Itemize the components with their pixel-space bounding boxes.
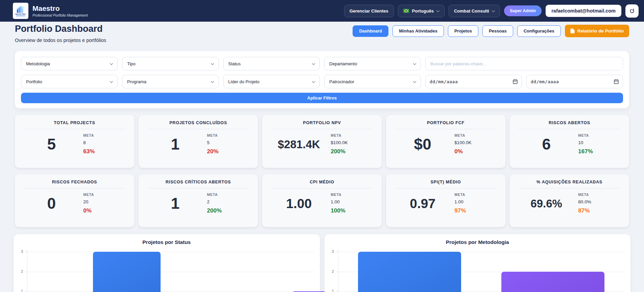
status-select[interactable]: Status: [223, 57, 320, 70]
brand-tagline: Professional Portfolio Management: [32, 13, 88, 17]
kpi-meta-label: META: [578, 193, 622, 197]
kpi-meta-percent: 0%: [83, 207, 127, 214]
role-badge: Super Admin: [504, 5, 542, 16]
kpi-meta-block: META10167%: [576, 133, 622, 155]
kpi-value: 1.00: [269, 197, 329, 210]
kpi-card-riscos-criticos-abertos: RISCOS CRÍTICOS ABERTOS1META2200%: [139, 174, 258, 227]
user-email[interactable]: rafaelcombat@hotmail.com: [546, 5, 621, 17]
portfolio-report-button[interactable]: Relatório de Portfólio: [565, 25, 629, 37]
kpi-meta-value: 80.0%: [578, 199, 622, 204]
calendar-icon: [614, 79, 619, 84]
chart-card-projetos-por-status: 123Projetos por Status: [14, 234, 320, 292]
maestro-logo: MAESTRO: [13, 3, 28, 19]
kpi-card-body: $0META$100.0K0%: [386, 129, 505, 155]
y-tick-label: 2: [327, 269, 334, 273]
kpi-value: 6: [517, 136, 576, 152]
gridline: [27, 252, 314, 252]
kpi-card-body: 1META520%: [139, 129, 258, 155]
kpi-meta-label: META: [207, 193, 251, 197]
kpi-meta-value: $100.0K: [331, 140, 375, 145]
document-icon: [570, 28, 575, 33]
y-tick-label: 1: [327, 289, 334, 292]
kpi-meta-value: $100.0K: [454, 140, 499, 145]
logout-button[interactable]: [625, 4, 639, 18]
y-tick-label: 3: [16, 249, 23, 253]
tab-pessoas[interactable]: Pessoas: [482, 25, 513, 37]
chevron-down-icon: [492, 9, 495, 12]
kpi-meta-value: 2: [207, 199, 251, 204]
kpi-meta-percent: 167%: [578, 148, 622, 155]
manage-clients-button[interactable]: Gerenciar Clientes: [344, 5, 394, 17]
tab-configuracoes[interactable]: Configurações: [517, 25, 561, 37]
kpi-meta-value: 1.00: [331, 199, 375, 204]
kpi-card-riscos-fechados: RISCOS FECHADOS0META200%: [15, 174, 134, 227]
chevron-down-icon: [211, 62, 214, 65]
kpi-meta-value: 1.00: [454, 199, 499, 204]
calendar-icon: [513, 79, 518, 84]
chevron-down-icon: [312, 80, 315, 83]
search-input[interactable]: [425, 57, 623, 70]
kpi-meta-label: META: [331, 133, 375, 137]
kpi-meta-block: META1.00100%: [329, 193, 375, 214]
kpi-row2: RISCOS FECHADOS0META200%RISCOS CRÍTICOS …: [15, 174, 629, 227]
logo-underline: [16, 16, 25, 16]
kpi-meta-label: META: [454, 133, 499, 137]
chart-bar: [93, 252, 161, 292]
kpi-meta-block: META863%: [81, 133, 127, 155]
tipo-select[interactable]: Tipo: [122, 57, 219, 70]
kpi-meta-block: META520%: [205, 133, 251, 155]
kpi-meta-label: META: [331, 193, 375, 197]
kpi-value: 5: [22, 136, 81, 152]
kpi-meta-percent: 20%: [207, 148, 251, 155]
kpi-value: $0: [393, 136, 452, 152]
lider-do-projeto-select-value: Líder do Projeto: [228, 79, 260, 84]
kpi-card-title: RISCOS FECHADOS: [15, 174, 134, 188]
app-header: MAESTRO Maestro Professional Portfolio M…: [0, 0, 644, 22]
lider-do-projeto-select[interactable]: Líder do Projeto: [223, 75, 320, 88]
kpi-meta-label: META: [207, 133, 251, 137]
portfolio-select[interactable]: Portfolio: [21, 75, 118, 88]
kpi-card-body: $281.4KMETA$100.0K200%: [262, 129, 382, 155]
status-select-value: Status: [228, 61, 241, 66]
logo-wordmark: MAESTRO: [16, 13, 26, 15]
kpi-card-body: 0META200%: [15, 188, 134, 214]
kpi-meta-percent: 97%: [454, 207, 499, 214]
kpi-card-portfolio-fcf: PORTFOLIO FCF$0META$100.0K0%: [386, 115, 505, 168]
kpi-meta-percent: 200%: [207, 207, 251, 214]
client-select-value: Combat Consulti: [454, 8, 489, 14]
patrocinador-select[interactable]: Patrocinador: [324, 75, 421, 88]
portfolio-select-value: Portfolio: [26, 79, 42, 84]
end-date-input-value: dd/mm/aaaa: [531, 79, 559, 84]
chevron-down-icon: [436, 9, 439, 12]
programa-select[interactable]: Programa: [122, 75, 219, 88]
tab-dashboard[interactable]: Dashboard: [353, 25, 388, 37]
chart-bar: [501, 272, 604, 292]
language-select[interactable]: Português: [398, 5, 445, 17]
kpi-value: 1: [145, 196, 205, 211]
kpi-card-title: % AQUISIÇÕES REALIZADAS: [510, 174, 629, 188]
kpi-card-cpi-medio: CPI MÉDIO1.00META1.00100%: [262, 174, 382, 227]
departamento-select[interactable]: Departamento: [324, 57, 421, 70]
metodologia-select-value: Metodologia: [26, 61, 50, 66]
kpi-meta-block: META1.0097%: [452, 193, 499, 214]
kpi-card-riscos-abertos: RISCOS ABERTOS6META10167%: [510, 115, 629, 168]
brand-text: Maestro Professional Portfolio Managemen…: [32, 4, 88, 17]
chevron-down-icon: [413, 62, 416, 65]
y-tick-label: 1: [16, 289, 23, 292]
kpi-card-title: RISCOS CRÍTICOS ABERTOS: [139, 174, 258, 188]
kpi-value: $281.4K: [269, 139, 329, 150]
tab-projetos[interactable]: Projetos: [448, 25, 478, 37]
tab-minhas-atividades[interactable]: Minhas Atividades: [392, 25, 444, 37]
apply-filters-button[interactable]: Aplicar Filtros: [21, 93, 623, 103]
chart-title: Projetos por Status: [14, 234, 320, 245]
kpi-card-body: 6META10167%: [510, 129, 629, 155]
kpi-meta-percent: 100%: [331, 207, 375, 214]
metodologia-select[interactable]: Metodologia: [21, 57, 118, 70]
charts-row: 123Projetos por Status123Projetos por Me…: [14, 234, 630, 292]
start-date-input[interactable]: dd/mm/aaaa: [425, 75, 522, 88]
client-select[interactable]: Combat Consulti: [449, 5, 500, 17]
kpi-meta-value: 20: [83, 199, 127, 204]
chevron-down-icon: [413, 80, 416, 83]
kpi-card-body: 1.00META1.00100%: [262, 188, 382, 214]
end-date-input[interactable]: dd/mm/aaaa: [526, 75, 623, 88]
